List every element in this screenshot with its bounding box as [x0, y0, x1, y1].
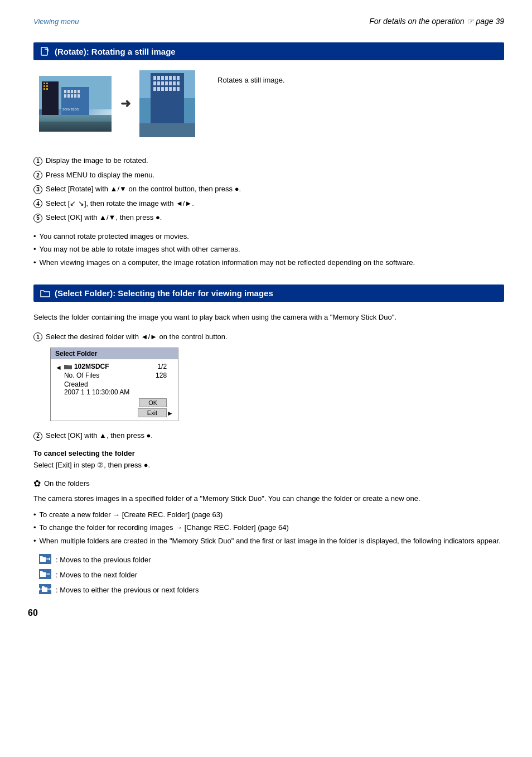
folder-section: (Select Folder): Selecting the folder fo… — [33, 285, 504, 596]
folder-ok-btn[interactable]: OK — [139, 398, 167, 407]
rotate-section-header: (Rotate): Rotating a still image — [33, 42, 504, 60]
svg-rect-29 — [165, 76, 168, 80]
rotate-section: (Rotate): Rotating a still image — [33, 42, 504, 268]
folder-step-2: 2 Select [OK] with ▲, then press ●. — [33, 430, 504, 441]
rotate-step-2: 2 Press MENU to display the menu. — [33, 170, 504, 181]
rotate-title: (Rotate): Rotating a still image — [55, 47, 176, 56]
tip-bullet-1: To create a new folder → [Create REC. Fo… — [33, 509, 504, 520]
svg-rect-38 — [173, 81, 176, 85]
svg-rect-39 — [177, 81, 180, 85]
rotate-note-3: When viewing images on a computer, the i… — [33, 257, 504, 268]
folder-exit-btn[interactable]: Exit — [138, 408, 167, 417]
rotate-description: Rotates a still image. — [217, 76, 285, 84]
svg-text:SONY BLDG: SONY BLDG — [62, 108, 79, 111]
svg-rect-46 — [177, 87, 180, 91]
svg-rect-21 — [39, 122, 112, 132]
both-folder-text: : Moves to either the previous or next f… — [56, 586, 199, 594]
rotate-note-2: You may not be able to rotate images sho… — [33, 244, 504, 255]
svg-rect-34 — [157, 81, 160, 85]
svg-rect-18 — [74, 94, 76, 98]
page-header: Viewing menu For details on the operatio… — [33, 17, 504, 26]
folder-next-arrow: ► — [167, 409, 173, 417]
folder-step-1: 1 Select the desired folder with ◄/► on … — [33, 331, 504, 343]
svg-rect-36 — [165, 81, 168, 85]
tip-header: ✿ On the folders — [33, 478, 504, 489]
svg-rect-31 — [173, 76, 176, 80]
tip-icon: ✿ — [33, 478, 41, 489]
next-folder-item: : Moves to the next folder — [39, 569, 504, 581]
svg-rect-3 — [43, 83, 45, 84]
folder-ui-mockup: Select Folder ◄ 102MSDCF 1/2 No. — [50, 348, 178, 421]
before-image: SONY BLDG — [39, 76, 112, 132]
svg-rect-4 — [46, 83, 48, 84]
svg-rect-32 — [177, 76, 180, 80]
prev-folder-text: : Moves to the previous folder — [56, 556, 151, 564]
rotate-notes: You cannot rotate protected images or mo… — [33, 231, 504, 268]
svg-rect-25 — [151, 73, 184, 123]
prev-folder-icon — [39, 554, 51, 566]
svg-rect-26 — [153, 76, 156, 80]
svg-rect-14 — [78, 90, 80, 93]
rotate-note-1: You cannot rotate protected images or mo… — [33, 231, 504, 242]
folder-ui-body: ◄ 102MSDCF 1/2 No. Of Files 128 — [51, 359, 178, 421]
svg-rect-47 — [139, 123, 195, 137]
page-reference: For details on the operation ☞ page 39 — [369, 17, 504, 26]
svg-rect-7 — [43, 88, 45, 90]
svg-rect-19 — [78, 94, 80, 98]
svg-rect-11 — [67, 90, 70, 93]
folder-nav-icons: : Moves to the previous folder : Moves t… — [39, 554, 504, 596]
svg-rect-10 — [64, 90, 66, 93]
cancel-title: To cancel selecting the folder — [33, 449, 504, 457]
rotate-step-5: 5 Select [OK] with ▲/▼, then press ●. — [33, 212, 504, 223]
tip-bullet-2: To change the folder for recording image… — [33, 522, 504, 533]
rotate-step-1: 1 Display the image to be rotated. — [33, 155, 504, 166]
svg-rect-41 — [157, 87, 160, 91]
tip-bullets: To create a new folder → [Create REC. Fo… — [33, 509, 504, 547]
tip-bullet-3: When multiple folders are created in the… — [33, 536, 504, 547]
tip-description: The camera stores images in a specified … — [33, 493, 504, 505]
folder-title: (Select Folder): Selecting the folder fo… — [55, 288, 273, 298]
svg-rect-8 — [46, 88, 48, 90]
no-of-files-label: No. Of Files — [64, 372, 99, 379]
folder-ui-content: 102MSDCF 1/2 No. Of Files 128 Created 20… — [64, 363, 167, 417]
no-of-files-value: 128 — [156, 372, 167, 379]
svg-rect-44 — [169, 87, 172, 91]
svg-rect-28 — [161, 76, 164, 80]
svg-rect-20 — [39, 115, 112, 132]
folder-ui-title: Select Folder — [51, 348, 178, 359]
prev-folder-item: : Moves to the previous folder — [39, 554, 504, 566]
both-folder-icon — [39, 584, 51, 596]
section-name: Viewing menu — [33, 17, 79, 26]
folder-num: 1/2 — [157, 363, 167, 370]
next-folder-text: : Moves to the next folder — [56, 571, 137, 579]
tip-section: ✿ On the folders The camera stores image… — [33, 478, 504, 596]
folder-step-1-container: 1 Select the desired folder with ◄/► on … — [33, 331, 504, 343]
svg-rect-12 — [71, 90, 73, 93]
svg-rect-40 — [153, 87, 156, 91]
svg-rect-0 — [41, 47, 47, 55]
after-image — [139, 70, 195, 137]
folder-description: Selects the folder containing the image … — [33, 312, 504, 324]
page-number: 60 — [28, 608, 38, 618]
rotate-images: SONY BLDG ➜ — [39, 70, 195, 137]
folder-step-2-container: 2 Select [OK] with ▲, then press ●. — [33, 430, 504, 441]
folder-icon — [40, 289, 50, 298]
svg-rect-37 — [169, 81, 172, 85]
svg-rect-15 — [64, 94, 66, 98]
folder-ui-buttons: OK Exit — [64, 398, 167, 417]
no-of-files-row: No. Of Files 128 — [64, 372, 167, 379]
svg-rect-5 — [43, 85, 45, 87]
svg-rect-30 — [169, 76, 172, 80]
created-date: 2007 1 1 10:30:00 AM — [64, 388, 167, 396]
folder-name: 102MSDCF — [64, 363, 109, 370]
next-folder-icon — [39, 569, 51, 581]
svg-rect-43 — [165, 87, 168, 91]
rotate-step-3: 3 Select [Rotate] with ▲/▼ on the contro… — [33, 184, 504, 195]
svg-rect-35 — [161, 81, 164, 85]
folder-name-row: 102MSDCF 1/2 — [64, 363, 167, 370]
svg-rect-6 — [46, 85, 48, 87]
svg-rect-16 — [67, 94, 70, 98]
both-folder-item: : Moves to either the previous or next f… — [39, 584, 504, 596]
rotate-icon — [40, 46, 50, 56]
cancel-text: Select [Exit] in step ②, then press ●. — [33, 461, 504, 469]
